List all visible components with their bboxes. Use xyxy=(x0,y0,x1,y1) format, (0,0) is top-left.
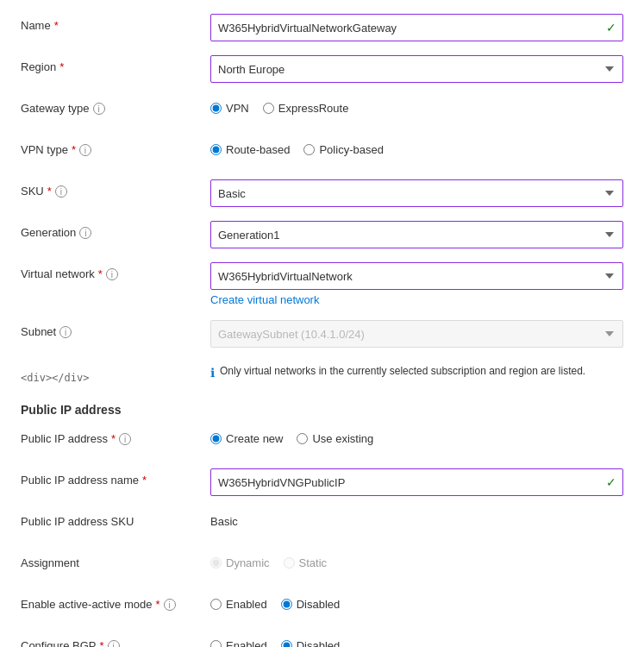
public-ip-useexisting-radio[interactable] xyxy=(297,433,308,444)
subnet-info-icon[interactable]: i xyxy=(59,326,72,338)
configure-bgp-disabled-radio[interactable] xyxy=(281,640,292,647)
vpn-type-info-icon[interactable]: i xyxy=(79,144,91,156)
configure-bgp-info-icon[interactable]: i xyxy=(108,640,120,647)
required-star-vnet: * xyxy=(98,267,103,280)
configure-bgp-label: Configure BGP * i xyxy=(21,634,210,647)
vpn-type-policybased-radio[interactable] xyxy=(303,144,315,155)
configure-bgp-enabled-radio[interactable] xyxy=(210,640,222,647)
assignment-row: Assignment Dynamic Static xyxy=(21,551,623,579)
gateway-type-expressroute-option[interactable]: ExpressRoute xyxy=(263,102,349,115)
active-active-radio-group: Enabled Disabled xyxy=(210,593,623,611)
required-star-bgp: * xyxy=(99,639,103,647)
active-active-info-icon[interactable]: i xyxy=(164,599,176,611)
public-ip-control: Create new Use existing xyxy=(210,427,623,445)
gateway-type-control: VPN ExpressRoute xyxy=(210,97,623,115)
public-ip-section-title: Public IP address xyxy=(21,403,623,417)
public-ip-createnew-option[interactable]: Create new xyxy=(210,432,283,445)
vpn-type-routebased-radio[interactable] xyxy=(210,144,222,155)
region-label: Region * xyxy=(21,55,210,73)
virtual-network-select[interactable]: W365HybridVirtualNetwork xyxy=(210,262,623,290)
vpn-type-routebased-option[interactable]: Route-based xyxy=(210,143,290,156)
region-control-wrap: North Europe xyxy=(210,55,623,83)
public-ip-label: Public IP address * i xyxy=(21,427,210,445)
required-star-active: * xyxy=(155,598,159,611)
virtual-network-row: Virtual network * i W365HybridVirtualNet… xyxy=(21,262,623,306)
public-ip-name-control: ✓ xyxy=(210,468,623,496)
sku-control: Basic xyxy=(210,179,623,207)
generation-info-icon[interactable]: i xyxy=(79,227,91,239)
required-star-pubip: * xyxy=(111,432,116,445)
subnet-control: GatewaySubnet (10.4.1.0/24) xyxy=(210,320,623,348)
generation-select[interactable]: Generation1 xyxy=(210,221,623,248)
sku-info-icon[interactable]: i xyxy=(55,185,67,198)
subnet-label: Subnet i xyxy=(21,320,210,338)
html-tag-label: <div></div> xyxy=(21,361,210,384)
configure-bgp-control: Enabled Disabled xyxy=(210,634,623,647)
active-active-row: Enable active-active mode * i Enabled Di… xyxy=(21,593,623,620)
info-circle-icon: ℹ xyxy=(210,366,215,380)
virtual-network-control: W365HybridVirtualNetwork Create virtual … xyxy=(210,262,623,306)
public-ip-radio-group: Create new Use existing xyxy=(210,427,623,445)
required-star: * xyxy=(54,19,59,32)
name-label: Name * xyxy=(21,14,210,32)
required-star-sku: * xyxy=(47,185,52,198)
gateway-type-expressroute-radio[interactable] xyxy=(263,103,274,114)
assignment-static-option[interactable]: Static xyxy=(284,556,328,569)
gateway-type-info-icon[interactable]: i xyxy=(93,103,105,115)
gateway-type-radio-group: VPN ExpressRoute xyxy=(210,97,623,115)
assignment-dynamic-radio[interactable] xyxy=(210,557,222,568)
configure-bgp-enabled-option[interactable]: Enabled xyxy=(210,639,267,647)
public-ip-name-label: Public IP address name * xyxy=(21,468,210,487)
public-ip-sku-value: Basic xyxy=(210,510,623,528)
active-active-enabled-radio[interactable] xyxy=(210,599,222,610)
region-select[interactable]: North Europe xyxy=(210,55,623,83)
name-row: Name * ✓ xyxy=(21,14,623,41)
public-ip-name-input-wrap: ✓ xyxy=(210,468,623,496)
region-row: Region * North Europe xyxy=(21,55,623,83)
vpn-type-label: VPN type * i xyxy=(21,138,210,156)
subnet-row: Subnet i GatewaySubnet (10.4.1.0/24) xyxy=(21,320,623,348)
create-virtual-network-link[interactable]: Create virtual network xyxy=(210,293,623,306)
public-ip-name-row: Public IP address name * ✓ xyxy=(21,468,623,496)
public-ip-info-icon[interactable]: i xyxy=(119,433,131,445)
vpn-type-policybased-option[interactable]: Policy-based xyxy=(303,143,383,156)
assignment-label: Assignment xyxy=(21,551,210,569)
vpn-type-row: VPN type * i Route-based Policy-based xyxy=(21,138,623,166)
assignment-static-radio[interactable] xyxy=(284,557,295,568)
public-ip-useexisting-option[interactable]: Use existing xyxy=(297,432,373,445)
public-ip-row: Public IP address * i Create new Use exi… xyxy=(21,427,623,455)
gateway-type-row: Gateway type i VPN ExpressRoute xyxy=(21,97,623,124)
generation-row: Generation i Generation1 xyxy=(21,221,623,248)
name-input-wrap: ✓ xyxy=(210,14,623,41)
sku-select[interactable]: Basic xyxy=(210,179,623,207)
active-active-disabled-radio[interactable] xyxy=(281,599,292,610)
public-ip-sku-row: Public IP address SKU Basic xyxy=(21,510,623,537)
assignment-dynamic-option[interactable]: Dynamic xyxy=(210,556,270,569)
active-active-control: Enabled Disabled xyxy=(210,593,623,611)
gateway-type-vpn-option[interactable]: VPN xyxy=(210,102,249,115)
public-ip-name-check-icon: ✓ xyxy=(606,475,616,489)
assignment-control: Dynamic Static xyxy=(210,551,623,569)
virtual-network-label: Virtual network * i xyxy=(21,262,210,280)
required-star-vpn: * xyxy=(72,143,76,156)
name-check-icon: ✓ xyxy=(606,21,616,35)
info-message: ℹ Only virtual networks in the currently… xyxy=(210,365,623,380)
assignment-radio-group: Dynamic Static xyxy=(210,551,623,569)
sku-label: SKU * i xyxy=(21,179,210,198)
required-star-region: * xyxy=(59,60,64,73)
gateway-type-vpn-radio[interactable] xyxy=(210,103,222,114)
vpn-type-radio-group: Route-based Policy-based xyxy=(210,138,623,156)
configure-bgp-disabled-option[interactable]: Disabled xyxy=(281,639,341,647)
public-ip-name-input[interactable] xyxy=(210,468,623,496)
name-input[interactable] xyxy=(210,14,623,41)
subnet-select[interactable]: GatewaySubnet (10.4.1.0/24) xyxy=(210,320,623,348)
public-ip-createnew-radio[interactable] xyxy=(210,433,222,444)
active-active-disabled-option[interactable]: Disabled xyxy=(281,598,341,611)
active-active-label: Enable active-active mode * i xyxy=(21,593,210,611)
configure-bgp-row: Configure BGP * i Enabled Disabled xyxy=(21,634,623,647)
active-active-enabled-option[interactable]: Enabled xyxy=(210,598,267,611)
public-ip-sku-label: Public IP address SKU xyxy=(21,510,210,528)
info-message-wrap: ℹ Only virtual networks in the currently… xyxy=(210,361,623,380)
virtual-network-info-icon[interactable]: i xyxy=(106,268,118,280)
generation-label: Generation i xyxy=(21,221,210,239)
